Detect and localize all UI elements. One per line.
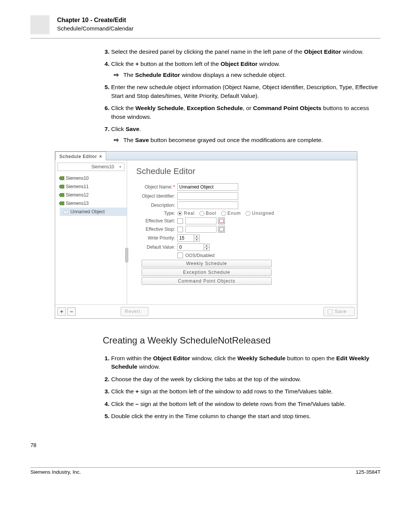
radio-icon bbox=[199, 211, 204, 216]
calendar-icon[interactable] bbox=[218, 217, 225, 224]
panel-icon bbox=[59, 201, 64, 205]
scrollbar-handle[interactable] bbox=[125, 248, 128, 262]
label-effective-start: Effective Start: bbox=[132, 218, 175, 224]
chapter-subtitle: Schedule/Command/Calendar bbox=[57, 25, 134, 32]
step-3: Select the desired panel by clicking the… bbox=[111, 48, 381, 56]
footer-company: Siemens Industry, Inc. bbox=[30, 469, 81, 475]
step-b2: Choose the day of the week by clicking t… bbox=[111, 375, 381, 383]
checkbox-oos[interactable] bbox=[177, 252, 183, 258]
radio-unsigned[interactable]: Unsigned bbox=[245, 211, 274, 216]
radio-enum[interactable]: Enum bbox=[221, 211, 241, 216]
step-6: Click the Weekly Schedule, Exception Sch… bbox=[111, 104, 381, 121]
page-number: 78 bbox=[30, 442, 381, 448]
radio-bool[interactable]: Bool bbox=[199, 211, 217, 216]
checkbox-effective-stop[interactable] bbox=[177, 227, 183, 232]
spinner-down-icon[interactable]: ▼ bbox=[194, 238, 199, 241]
input-object-identifier[interactable] bbox=[177, 192, 238, 200]
spinner-down-icon[interactable]: ▼ bbox=[204, 248, 209, 251]
label-default-value: Default Value: bbox=[132, 244, 175, 250]
tree-item-panel[interactable]: Siemens12 bbox=[55, 191, 127, 199]
input-effective-start-date[interactable] bbox=[185, 217, 217, 224]
radio-real[interactable]: Real bbox=[177, 211, 195, 216]
editor-heading: Schedule Editor bbox=[136, 166, 352, 176]
label-object-identifier: Object Identifier: bbox=[132, 193, 175, 199]
spinner-buttons[interactable]: ▲ ▼ bbox=[194, 235, 200, 242]
editor-tab[interactable]: Schedule Editor × bbox=[55, 152, 106, 160]
svg-rect-5 bbox=[64, 210, 68, 211]
step-b1: From within the Object Editor window, cl… bbox=[111, 354, 381, 371]
calendar-icon[interactable] bbox=[218, 226, 225, 233]
weekly-schedule-button[interactable]: Weekly Schedule bbox=[142, 260, 272, 267]
add-button[interactable]: + bbox=[57, 307, 66, 316]
spinner-buttons[interactable]: ▲ ▼ bbox=[204, 244, 210, 251]
tree-item-panel[interactable]: Siemens10 bbox=[55, 174, 127, 182]
editor-sidebar: Siemens10 ▼ Siemens10 Siemens11 Siemens1… bbox=[55, 160, 127, 304]
revert-button[interactable]: Revert bbox=[121, 307, 148, 316]
tree-item-schedule[interactable]: Unnamed Object bbox=[60, 208, 127, 216]
section-heading: Creating a Weekly ScheduleNotReleased bbox=[103, 334, 381, 347]
input-effective-stop-date[interactable] bbox=[185, 226, 217, 233]
step-b5: Double click the entry in the Time colum… bbox=[111, 412, 381, 420]
remove-button[interactable]: – bbox=[67, 307, 76, 316]
input-default-value[interactable] bbox=[177, 243, 204, 251]
svg-marker-1 bbox=[59, 185, 64, 189]
label-object-name: Object Name:* bbox=[132, 184, 175, 190]
step-4: Click the + button at the bottom left of… bbox=[111, 60, 381, 79]
label-effective-stop: Effective Stop: bbox=[132, 227, 175, 232]
schedule-editor-screenshot: Schedule Editor × Siemens10 ▼ Siemens10 bbox=[55, 151, 357, 319]
save-check-icon bbox=[328, 309, 333, 314]
radio-icon bbox=[221, 211, 226, 216]
editor-tab-label: Schedule Editor bbox=[59, 154, 97, 159]
panel-dropdown[interactable]: Siemens10 ▼ bbox=[57, 163, 124, 171]
radio-icon bbox=[177, 211, 182, 216]
checkbox-effective-start[interactable] bbox=[177, 218, 183, 224]
svg-marker-2 bbox=[59, 193, 64, 197]
label-write-priority: Write Priority: bbox=[132, 235, 175, 241]
radio-icon bbox=[245, 211, 250, 216]
svg-marker-0 bbox=[59, 176, 64, 180]
panel-tree: Siemens10 Siemens11 Siemens12 Siemens13 bbox=[55, 173, 127, 304]
input-description[interactable] bbox=[177, 201, 238, 209]
exception-schedule-button[interactable]: Exception Schedule bbox=[142, 268, 272, 276]
step-7: Click Save. ⇨ The Save button becomese g… bbox=[111, 125, 381, 144]
step-b4: Click the – sign at the bottom left of t… bbox=[111, 400, 381, 408]
schedule-icon bbox=[64, 210, 69, 214]
footer-docid: 125-3584T bbox=[356, 469, 381, 475]
editor-footer: + – Revert Save bbox=[55, 304, 357, 318]
chapter-title: Chapter 10 - Create/Edit bbox=[57, 17, 134, 24]
panel-icon bbox=[59, 185, 64, 189]
tree-item-panel[interactable]: Siemens11 bbox=[55, 182, 127, 191]
command-point-objects-button[interactable]: Command Point Objects bbox=[142, 277, 272, 285]
chevron-down-icon: ▼ bbox=[119, 165, 122, 169]
label-oos: OOS/Disabled bbox=[185, 253, 215, 258]
step-5: Enter the new schedule object informatio… bbox=[111, 83, 381, 100]
tab-close-icon[interactable]: × bbox=[99, 154, 102, 159]
result-arrow-icon: ⇨ bbox=[113, 71, 119, 79]
editor-main-panel: Schedule Editor Object Name:* Object Ide… bbox=[127, 160, 357, 304]
spinner-up-icon[interactable]: ▲ bbox=[204, 244, 209, 248]
input-object-name[interactable] bbox=[177, 183, 238, 191]
panel-dropdown-value: Siemens10 bbox=[58, 164, 116, 169]
instruction-list-bottom: From within the Object Editor window, cl… bbox=[103, 354, 381, 421]
instruction-list-top: Select the desired panel by clicking the… bbox=[103, 48, 381, 144]
page-header: Chapter 10 - Create/Edit Schedule/Comman… bbox=[30, 15, 381, 38]
panel-icon bbox=[59, 176, 64, 180]
svg-marker-3 bbox=[59, 201, 64, 205]
label-description: Description: bbox=[132, 203, 175, 208]
step-b3: Click the + sign at the bottom left of t… bbox=[111, 387, 381, 396]
header-icon-placeholder bbox=[30, 15, 49, 34]
spinner-up-icon[interactable]: ▲ bbox=[194, 235, 199, 238]
input-write-priority[interactable] bbox=[177, 234, 194, 242]
tree-item-panel[interactable]: Siemens13 bbox=[55, 199, 127, 208]
panel-icon bbox=[59, 193, 64, 197]
label-type: Type: bbox=[132, 211, 175, 216]
result-arrow-icon: ⇨ bbox=[113, 136, 119, 144]
save-button[interactable]: Save bbox=[323, 307, 355, 316]
